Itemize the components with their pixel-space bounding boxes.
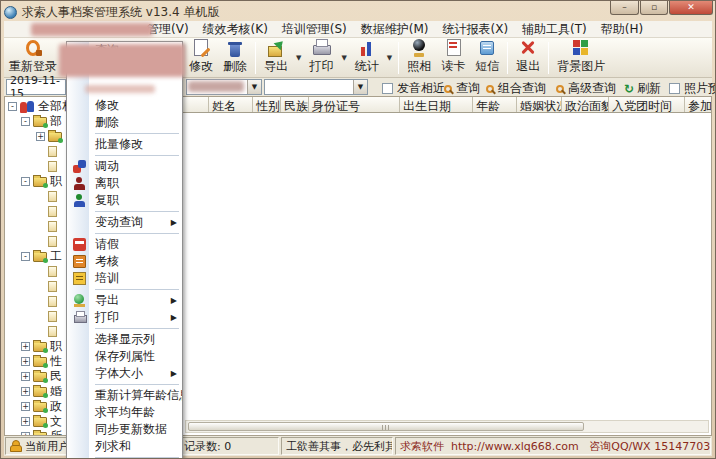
menu-separator bbox=[67, 455, 182, 459]
ctx-batch-edit[interactable]: 批量修改 bbox=[67, 136, 182, 153]
ctx-resign[interactable]: 离职 bbox=[67, 175, 182, 192]
sms-button[interactable]: 短信 bbox=[470, 39, 504, 76]
tree-toggle[interactable]: + bbox=[21, 357, 30, 366]
horizontal-scrollbar[interactable] bbox=[185, 420, 709, 433]
print-dropdown-arrow[interactable]: ▼ bbox=[338, 54, 349, 62]
tree-toggle[interactable]: - bbox=[21, 117, 30, 126]
window-title: 求索人事档案管理系统 v13.4 单机版 bbox=[22, 4, 219, 21]
ctx-training[interactable]: 培训 bbox=[67, 270, 182, 287]
motto-panel: 工欲善其事，必先利其器 bbox=[281, 437, 393, 455]
menu-tools[interactable]: 辅助工具(T) bbox=[515, 20, 594, 39]
ctx-delete[interactable]: 删除 bbox=[67, 114, 182, 131]
tree-toggle[interactable]: + bbox=[21, 402, 30, 411]
ctx-leave[interactable]: 请假 bbox=[67, 236, 182, 253]
leaf-icon bbox=[48, 191, 57, 202]
checkbox-icon[interactable] bbox=[669, 83, 680, 94]
ctx-column-sum[interactable]: 列求和 bbox=[67, 438, 182, 455]
leaf-icon bbox=[48, 326, 57, 337]
tree-toggle[interactable]: + bbox=[21, 417, 30, 426]
menu-data-maintenance[interactable]: 数据维护(M) bbox=[354, 20, 436, 39]
exit-button[interactable]: 退出 bbox=[511, 39, 545, 76]
redaction-block bbox=[31, 23, 153, 36]
folder-icon bbox=[33, 177, 47, 187]
tree-toggle[interactable]: - bbox=[21, 177, 30, 186]
col-ethnicity[interactable]: 民族 bbox=[281, 97, 309, 112]
col-name[interactable]: 姓名 bbox=[209, 97, 253, 112]
ctx-recalc-age[interactable]: 重新计算年龄信息 bbox=[67, 387, 182, 404]
phonetic-checkbox[interactable]: 发音相近 bbox=[382, 80, 445, 97]
tree-toggle[interactable]: + bbox=[21, 387, 30, 396]
redaction-block bbox=[59, 44, 185, 77]
vendor-name: 求索软件 bbox=[400, 439, 444, 454]
combo-dropdown-arrow[interactable]: ▼ bbox=[247, 80, 261, 94]
col-marital-status[interactable]: 婚姻状况 bbox=[517, 97, 562, 112]
photo-preview-checkbox[interactable]: 照片预览框 bbox=[669, 80, 716, 97]
ctx-edit[interactable]: 修改 bbox=[67, 97, 182, 114]
vendor-qq: 咨询QQ/WX 151477039 bbox=[589, 439, 711, 454]
minimize-button[interactable]: – bbox=[610, 0, 639, 15]
tree-toggle[interactable]: + bbox=[21, 372, 30, 381]
title-bar: 求索人事档案管理系统 v13.4 单机版 bbox=[4, 3, 712, 21]
stats-button[interactable]: 统计 bbox=[350, 39, 384, 76]
delete-button[interactable]: 删除 bbox=[218, 39, 252, 76]
date-field[interactable]: 2019-11-15 bbox=[6, 79, 66, 95]
window-controls: – ▫ ✕ bbox=[609, 0, 713, 15]
stats-dropdown-arrow[interactable]: ▼ bbox=[384, 54, 395, 62]
col-birth-date[interactable]: 出生日期 bbox=[400, 97, 473, 112]
query-button[interactable]: 查询 bbox=[444, 80, 480, 97]
print-button[interactable]: 打印 bbox=[304, 39, 338, 76]
col-political-status[interactable]: 政治面貌 bbox=[562, 97, 609, 112]
col-id-number[interactable]: 身份证号 bbox=[309, 97, 400, 112]
menu-statistics-report[interactable]: 统计报表(X) bbox=[436, 20, 516, 39]
relogin-button[interactable]: 重新登录 bbox=[4, 39, 62, 76]
tree-toggle[interactable]: - bbox=[21, 252, 30, 261]
maximize-button[interactable]: ▫ bbox=[640, 0, 668, 15]
card-reader-icon bbox=[443, 39, 463, 57]
ctx-sync-data[interactable]: 同步更新数据 bbox=[67, 421, 182, 438]
menu-help[interactable]: 帮助(H) bbox=[594, 20, 650, 39]
ctx-print[interactable]: 打印▶ bbox=[67, 309, 182, 326]
submenu-arrow-icon: ▶ bbox=[171, 218, 182, 227]
tree-toggle[interactable]: + bbox=[21, 432, 30, 435]
card-reader-button[interactable]: 读卡 bbox=[436, 39, 470, 76]
combo-query-button[interactable]: 组合查询 bbox=[486, 80, 546, 97]
ctx-reinstate[interactable]: 复职 bbox=[67, 192, 182, 209]
filter-combo-2[interactable]: ▼ bbox=[264, 79, 368, 95]
ctx-save-column-props[interactable]: 保存列属性 bbox=[67, 348, 182, 365]
col-gender[interactable]: 性别 bbox=[253, 97, 281, 112]
ctx-assessment[interactable]: 考核 bbox=[67, 253, 182, 270]
background-image-button[interactable]: 背景图片 bbox=[552, 39, 610, 76]
checkbox-icon[interactable] bbox=[382, 83, 393, 94]
ctx-font-size[interactable]: 字体大小▶ bbox=[67, 365, 182, 382]
camera-button[interactable]: 照相 bbox=[402, 39, 436, 76]
scrollbar-thumb[interactable] bbox=[188, 422, 584, 431]
folder-icon bbox=[33, 417, 47, 427]
ctx-average-age[interactable]: 求平均年龄 bbox=[67, 404, 182, 421]
edit-button[interactable]: 修改 bbox=[184, 39, 218, 76]
tree-toggle[interactable]: + bbox=[21, 342, 30, 351]
col-work-start[interactable]: 参加工作 bbox=[685, 97, 711, 112]
col-select[interactable] bbox=[183, 97, 209, 112]
advanced-query-button[interactable]: 高级查询 bbox=[556, 80, 616, 97]
vendor-url[interactable]: http://www.xlq668.com bbox=[451, 440, 579, 453]
export-dropdown-arrow[interactable]: ▼ bbox=[293, 54, 304, 62]
ctx-export[interactable]: 导出▶ bbox=[67, 292, 182, 309]
tree-toggle[interactable]: + bbox=[36, 132, 45, 141]
menu-performance[interactable]: 绩效考核(K) bbox=[196, 20, 275, 39]
combo-dropdown-arrow[interactable]: ▼ bbox=[353, 80, 367, 94]
ctx-transfer[interactable]: 调动 bbox=[67, 158, 182, 175]
menu-training[interactable]: 培训管理(S) bbox=[275, 20, 354, 39]
tree-toggle[interactable]: - bbox=[8, 102, 17, 111]
refresh-button[interactable]: ↻ 刷新 bbox=[624, 80, 661, 97]
leaf-icon bbox=[48, 161, 57, 172]
ctx-change-query[interactable]: 变动查询▶ bbox=[67, 214, 182, 231]
export-button[interactable]: 导出 bbox=[259, 39, 293, 76]
col-age[interactable]: 年龄 bbox=[473, 97, 517, 112]
folder-icon bbox=[33, 372, 47, 382]
col-party-join-time[interactable]: 入党团时间 bbox=[609, 97, 685, 112]
export-icon bbox=[266, 39, 286, 57]
relogin-icon bbox=[23, 39, 43, 57]
leaf-icon bbox=[48, 311, 57, 322]
ctx-select-columns[interactable]: 选择显示列 bbox=[67, 331, 182, 348]
close-button[interactable]: ✕ bbox=[669, 0, 713, 15]
